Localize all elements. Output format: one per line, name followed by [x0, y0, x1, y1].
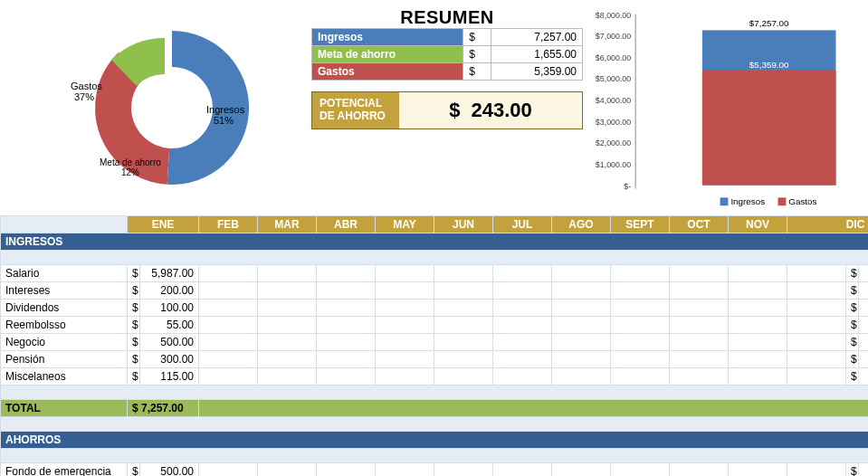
cell[interactable]: [729, 368, 787, 386]
cell[interactable]: [670, 463, 729, 477]
cell[interactable]: [317, 265, 376, 282]
cell[interactable]: [787, 463, 846, 477]
cell[interactable]: [317, 317, 376, 334]
currency[interactable]: $: [128, 351, 140, 368]
cell[interactable]: [729, 265, 787, 282]
cell[interactable]: [258, 351, 317, 368]
cell[interactable]: [376, 334, 434, 351]
cell[interactable]: [493, 300, 552, 317]
cell[interactable]: [787, 300, 846, 317]
currency[interactable]: $: [128, 300, 140, 317]
cell[interactable]: [434, 317, 493, 334]
cell[interactable]: [552, 300, 611, 317]
cell[interactable]: [552, 351, 611, 368]
cell[interactable]: [729, 334, 787, 351]
cell[interactable]: [670, 317, 729, 334]
cell[interactable]: 100.00: [140, 300, 199, 317]
cell[interactable]: [434, 265, 493, 282]
cell[interactable]: [258, 334, 317, 351]
cell[interactable]: 115.00: [140, 368, 199, 386]
cell[interactable]: 500.00: [140, 463, 199, 477]
cell[interactable]: [317, 351, 376, 368]
cell[interactable]: 200.00: [140, 282, 199, 300]
cell[interactable]: [376, 368, 434, 386]
currency[interactable]: $: [128, 463, 140, 477]
cell[interactable]: [670, 368, 729, 386]
currency[interactable]: $: [128, 334, 140, 351]
cell[interactable]: [199, 334, 258, 351]
cell[interactable]: [258, 317, 317, 334]
cell[interactable]: [493, 334, 552, 351]
cell[interactable]: [258, 282, 317, 300]
cell[interactable]: [611, 317, 670, 334]
cell[interactable]: [199, 368, 258, 386]
cell[interactable]: [376, 265, 434, 282]
cell[interactable]: [199, 282, 258, 300]
cell[interactable]: [552, 334, 611, 351]
currency[interactable]: $: [128, 265, 140, 282]
cell[interactable]: [258, 463, 317, 477]
cell[interactable]: [611, 300, 670, 317]
cell[interactable]: [199, 317, 258, 334]
cell[interactable]: 5,987.00: [140, 265, 199, 282]
cell[interactable]: [611, 463, 670, 477]
cell[interactable]: [552, 282, 611, 300]
cell[interactable]: [611, 265, 670, 282]
cell[interactable]: [258, 300, 317, 317]
cell[interactable]: [552, 317, 611, 334]
cell[interactable]: [199, 351, 258, 368]
cell[interactable]: [787, 265, 846, 282]
cell[interactable]: 500.00: [140, 334, 199, 351]
cell[interactable]: [670, 282, 729, 300]
cell[interactable]: [729, 282, 787, 300]
cell[interactable]: [376, 300, 434, 317]
currency[interactable]: $: [128, 368, 140, 386]
cell[interactable]: [493, 282, 552, 300]
currency[interactable]: $: [128, 282, 140, 300]
cell[interactable]: [434, 300, 493, 317]
cell[interactable]: [317, 300, 376, 317]
cell[interactable]: [787, 334, 846, 351]
cell[interactable]: [434, 282, 493, 300]
cell[interactable]: [787, 368, 846, 386]
cell[interactable]: [434, 351, 493, 368]
cell[interactable]: [552, 463, 611, 477]
cell[interactable]: 55.00: [140, 317, 199, 334]
cell[interactable]: [611, 282, 670, 300]
cell[interactable]: [787, 351, 846, 368]
cell[interactable]: [317, 463, 376, 477]
cell[interactable]: [376, 463, 434, 477]
cell[interactable]: [199, 300, 258, 317]
cell[interactable]: [434, 334, 493, 351]
cell[interactable]: [258, 368, 317, 386]
cell[interactable]: [611, 351, 670, 368]
cell[interactable]: [670, 300, 729, 317]
cell[interactable]: [611, 368, 670, 386]
cell[interactable]: [493, 317, 552, 334]
cell[interactable]: 300.00: [140, 351, 199, 368]
cell[interactable]: [729, 300, 787, 317]
cell[interactable]: [552, 265, 611, 282]
cell[interactable]: [729, 463, 787, 477]
cell[interactable]: [670, 351, 729, 368]
cell[interactable]: [493, 351, 552, 368]
cell[interactable]: [317, 334, 376, 351]
cell[interactable]: [376, 282, 434, 300]
cell[interactable]: [199, 265, 258, 282]
cell[interactable]: [493, 265, 552, 282]
cell[interactable]: [376, 351, 434, 368]
cell[interactable]: [199, 463, 258, 477]
cell[interactable]: [434, 368, 493, 386]
cell[interactable]: [787, 317, 846, 334]
cell[interactable]: [729, 317, 787, 334]
cell[interactable]: [493, 368, 552, 386]
cell[interactable]: [317, 282, 376, 300]
cell[interactable]: [493, 463, 552, 477]
currency[interactable]: $: [128, 317, 140, 334]
cell[interactable]: [434, 463, 493, 477]
cell[interactable]: [787, 282, 846, 300]
cell[interactable]: [552, 368, 611, 386]
cell[interactable]: [611, 334, 670, 351]
cell[interactable]: [258, 265, 317, 282]
cell[interactable]: [670, 265, 729, 282]
